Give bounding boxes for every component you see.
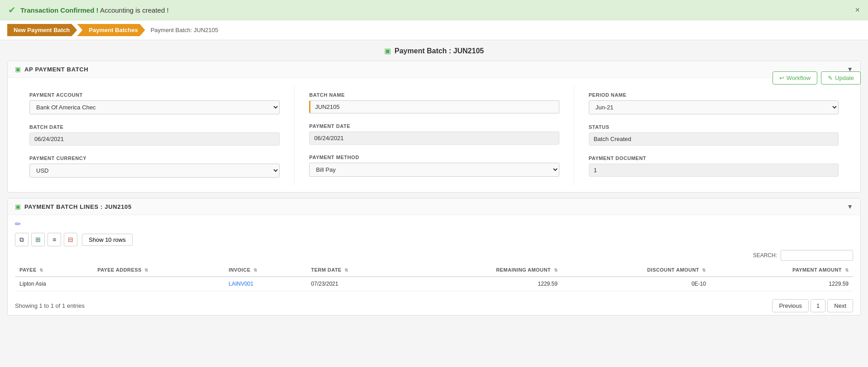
- breadcrumb: New Payment Batch Payment Batches Paymen…: [0, 20, 868, 40]
- lines-panel-collapse-icon[interactable]: ▼: [847, 203, 853, 210]
- toast-close-button[interactable]: ×: [855, 5, 860, 15]
- payment-date-group: PAYMENT DATE: [302, 121, 566, 147]
- cell-payee: Lipton Asia: [15, 277, 93, 291]
- copy-icon-btn[interactable]: ⧉: [15, 233, 29, 246]
- lines-panel-header: ▣ PAYMENT BATCH LINES : JUN2105 ▼: [8, 198, 860, 215]
- pagination-controls: Previous 1 Next: [772, 299, 853, 312]
- remaining-sort-icon: ⇅: [554, 268, 558, 273]
- payment-date-label: PAYMENT DATE: [309, 123, 559, 129]
- col-invoice[interactable]: INVOICE ⇅: [224, 263, 306, 277]
- table-container: SEARCH: PAYEE ⇅ PAYEE ADDRESS ⇅: [8, 250, 860, 295]
- page-number-1[interactable]: 1: [811, 299, 825, 312]
- payment-currency-label: PAYMENT CURRENCY: [29, 155, 280, 161]
- cell-payee-address: [93, 277, 224, 291]
- payment-sort-icon: ⇅: [845, 268, 849, 273]
- payee-address-sort-icon: ⇅: [144, 268, 148, 273]
- batch-name-label: BATCH NAME: [309, 92, 559, 98]
- batch-name-input[interactable]: [309, 100, 559, 113]
- ap-panel-icon: ▣: [15, 66, 21, 73]
- payment-account-select[interactable]: Bank Of America Chec: [29, 100, 280, 114]
- term-date-sort-icon: ⇅: [344, 268, 348, 273]
- showing-text: Showing 1 to 1 of 1 entries: [15, 302, 85, 309]
- top-actions: ↩ Workflow ✎ Update: [773, 71, 861, 85]
- breadcrumb-current-page: Payment Batch: JUN2105: [151, 27, 219, 33]
- cell-term-date: 07/23/2021: [306, 277, 408, 291]
- discount-sort-icon: ⇅: [702, 268, 706, 273]
- search-input[interactable]: [781, 250, 853, 261]
- payment-date-input[interactable]: [309, 132, 559, 145]
- table-header-row: PAYEE ⇅ PAYEE ADDRESS ⇅ INVOICE ⇅: [15, 263, 853, 277]
- status-input: [589, 132, 839, 146]
- search-label: SEARCH:: [753, 252, 777, 259]
- payment-document-input: [589, 164, 839, 177]
- payment-method-group: PAYMENT METHOD Bill Pay: [302, 152, 566, 179]
- ap-panel-header: ▣ AP PAYMENT BATCH ▼: [8, 61, 860, 78]
- payment-currency-group: PAYMENT CURRENCY USD: [22, 153, 287, 180]
- breadcrumb-new-payment-batch[interactable]: New Payment Batch: [7, 24, 77, 36]
- payee-sort-icon: ⇅: [39, 268, 43, 273]
- search-bar: SEARCH:: [15, 250, 853, 261]
- pdf-icon-btn[interactable]: ⊟: [64, 233, 77, 246]
- excel-icon-btn[interactable]: ⊞: [31, 233, 45, 246]
- payment-currency-select[interactable]: USD: [29, 164, 280, 178]
- toast-text: Accounting is created !: [100, 6, 169, 14]
- payment-method-label: PAYMENT METHOD: [309, 155, 559, 160]
- page-title: Payment Batch : JUN2105: [395, 47, 484, 55]
- lines-toolbar: ✏: [8, 215, 860, 233]
- cell-discount-amount: 0E-10: [562, 277, 711, 291]
- workflow-button[interactable]: ↩ Workflow: [773, 71, 817, 85]
- payment-batch-lines-panel: ▣ PAYMENT BATCH LINES : JUN2105 ▼ ✏ ⧉ ⊞ …: [7, 198, 861, 315]
- toast-check-icon: ✔: [8, 5, 16, 15]
- status-label: STATUS: [589, 124, 839, 130]
- toast-notification: ✔ Transaction Confirmed ! Accounting is …: [0, 0, 868, 20]
- workflow-icon: ↩: [779, 75, 784, 81]
- batch-lines-table: PAYEE ⇅ PAYEE ADDRESS ⇅ INVOICE ⇅: [15, 263, 853, 291]
- batch-date-label: BATCH DATE: [29, 124, 280, 130]
- breadcrumb-payment-batches[interactable]: Payment Batches: [77, 24, 145, 36]
- cell-payment-amount: 1229.59: [711, 277, 853, 291]
- batch-date-group: BATCH DATE: [22, 122, 287, 148]
- period-name-label: PERIOD NAME: [589, 92, 839, 98]
- edit-icon[interactable]: ✏: [15, 220, 21, 228]
- col-remaining-amount[interactable]: REMAINING AMOUNT ⇅: [408, 263, 562, 277]
- ap-payment-batch-panel: ▣ AP PAYMENT BATCH ▼ PAYMENT ACCOUNT Ban…: [7, 61, 861, 193]
- status-group: STATUS: [582, 122, 846, 148]
- lines-panel-title: PAYMENT BATCH LINES : JUN2105: [24, 203, 132, 210]
- cell-remaining-amount: 1229.59: [408, 277, 562, 291]
- show-rows-button[interactable]: Show 10 rows: [82, 234, 133, 246]
- previous-button[interactable]: Previous: [772, 299, 809, 312]
- col-payee-address[interactable]: PAYEE ADDRESS ⇅: [93, 263, 224, 277]
- cell-invoice[interactable]: LAINV001: [224, 277, 306, 291]
- pagination-bar: Showing 1 to 1 of 1 entries Previous 1 N…: [8, 295, 860, 315]
- ap-panel-title: AP PAYMENT BATCH: [24, 66, 88, 73]
- payment-account-group: PAYMENT ACCOUNT Bank Of America Chec: [22, 89, 287, 117]
- period-name-select[interactable]: Jun-21: [589, 100, 839, 114]
- invoice-sort-icon: ⇅: [253, 268, 257, 273]
- page-title-icon: ▣: [384, 47, 391, 55]
- batch-name-group: BATCH NAME: [302, 89, 566, 116]
- batch-date-input[interactable]: [29, 132, 280, 146]
- payment-account-label: PAYMENT ACCOUNT: [29, 92, 280, 98]
- payment-method-select[interactable]: Bill Pay: [309, 163, 559, 177]
- col-discount-amount[interactable]: DISCOUNT AMOUNT ⇅: [562, 263, 711, 277]
- col-term-date[interactable]: TERM DATE ⇅: [306, 263, 408, 277]
- ap-form-grid: PAYMENT ACCOUNT Bank Of America Chec BAT…: [8, 78, 860, 192]
- page-title-bar: ▣ Payment Batch : JUN2105: [7, 47, 861, 55]
- table-row: Lipton Asia LAINV001 07/23/2021 1229.59 …: [15, 277, 853, 291]
- update-button[interactable]: ✎ Update: [821, 71, 861, 85]
- update-icon: ✎: [828, 75, 833, 81]
- payment-document-group: PAYMENT DOCUMENT: [582, 153, 846, 179]
- csv-icon-btn[interactable]: ≡: [48, 233, 61, 246]
- lines-panel-icon: ▣: [15, 203, 21, 210]
- period-name-group: PERIOD NAME Jun-21: [582, 89, 846, 117]
- toast-bold-text: Transaction Confirmed !: [20, 6, 99, 14]
- payment-document-label: PAYMENT DOCUMENT: [589, 155, 839, 161]
- col-payment-amount[interactable]: PAYMENT AMOUNT ⇅: [711, 263, 853, 277]
- col-payee[interactable]: PAYEE ⇅: [15, 263, 93, 277]
- next-button[interactable]: Next: [827, 299, 853, 312]
